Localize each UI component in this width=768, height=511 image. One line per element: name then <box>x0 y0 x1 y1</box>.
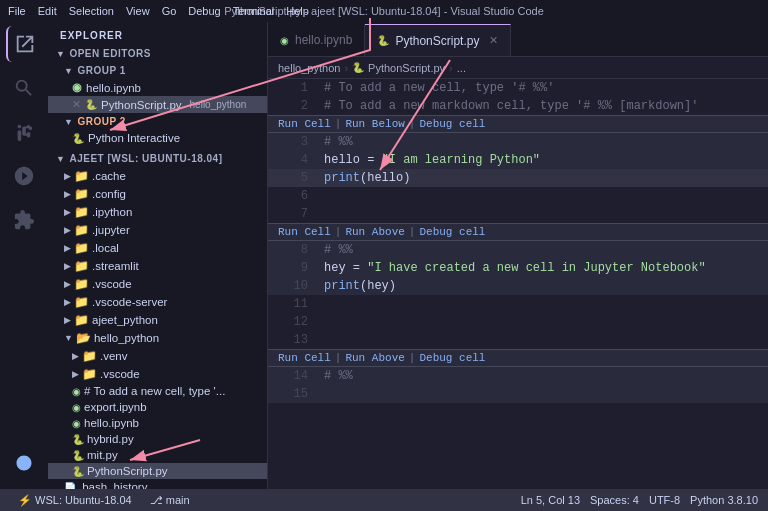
file-context-label: hello_python <box>190 99 247 110</box>
py-icon: 🐍 <box>85 99 97 110</box>
activity-explorer[interactable] <box>6 26 42 62</box>
breadcrumb-symbol[interactable]: ... <box>457 62 466 74</box>
group1-header[interactable]: ▼ GROUP 1 <box>48 62 267 79</box>
code-line-7: 7 <box>268 205 768 223</box>
folder-icon: 📁 <box>74 223 89 237</box>
folder-vscode-inner[interactable]: ▶ 📁 .vscode <box>48 365 267 383</box>
group2-header[interactable]: ▼ GROUP 2 <box>48 113 267 130</box>
explorer-title: EXPLORER <box>48 22 267 45</box>
debug-cell-2[interactable]: Debug cell <box>419 223 485 241</box>
status-remote[interactable]: ⚡ WSL: Ubuntu-18.04 <box>10 494 140 507</box>
folder-chevron: ▶ <box>72 351 79 361</box>
activity-remote[interactable] <box>6 445 42 481</box>
file-label: PythonScript.py <box>101 99 182 111</box>
menu-go[interactable]: Go <box>162 5 177 17</box>
breadcrumb-file[interactable]: PythonScript.py <box>368 62 445 74</box>
folder-vscode[interactable]: ▶ 📁 .vscode <box>48 275 267 293</box>
menu-debug[interactable]: Debug <box>188 5 220 17</box>
status-encoding[interactable]: UTF-8 <box>649 494 680 506</box>
open-file-hello-ipynb[interactable]: ◉ hello.ipynb <box>48 79 267 96</box>
folder-cache[interactable]: ▶ 📁 .cache <box>48 167 267 185</box>
tab-pythonscript[interactable]: 🐍 PythonScript.py ✕ <box>365 24 511 56</box>
menu-selection[interactable]: Selection <box>69 5 114 17</box>
run-cell-2[interactable]: Run Cell <box>278 223 331 241</box>
run-below-label[interactable]: Run Below <box>345 115 404 133</box>
status-right: Ln 5, Col 13 Spaces: 4 UTF-8 Python 3.8.… <box>521 494 758 506</box>
file-pythonscript-active[interactable]: 🐍 PythonScript.py <box>48 463 267 479</box>
run-cell-label[interactable]: Run Cell <box>278 115 331 133</box>
folder-ipython[interactable]: ▶ 📁 .ipython <box>48 203 267 221</box>
debug-cell-3[interactable]: Debug cell <box>419 349 485 367</box>
menu-edit[interactable]: Edit <box>38 5 57 17</box>
folder-streamlit[interactable]: ▶ 📁 .streamlit <box>48 257 267 275</box>
close-btn[interactable]: ✕ <box>72 98 81 111</box>
folder-label: .ipython <box>92 206 132 218</box>
line-2-text: # To add a new markdown cell, type '# %%… <box>324 97 698 115</box>
file-hello-ipynb-inner[interactable]: ◉ hello.ipynb <box>48 415 267 431</box>
group2-python-interactive[interactable]: 🐍 Python Interactive <box>48 130 267 146</box>
folder-chevron: ▶ <box>64 315 71 325</box>
file-hybrid-py[interactable]: 🐍 hybrid.py <box>48 431 267 447</box>
folder-venv[interactable]: ▶ 📁 .venv <box>48 347 267 365</box>
status-position[interactable]: Ln 5, Col 13 <box>521 494 580 506</box>
group2-chevron: ▼ <box>64 117 73 127</box>
run-cell-3[interactable]: Run Cell <box>278 349 331 367</box>
folder-icon: 📁 <box>74 187 89 201</box>
breadcrumb: hello_python › 🐍 PythonScript.py › ... <box>268 57 768 79</box>
folder-jupyter[interactable]: ▶ 📁 .jupyter <box>48 221 267 239</box>
menu-file[interactable]: File <box>8 5 26 17</box>
file-mit-py[interactable]: 🐍 mit.py <box>48 447 267 463</box>
breadcrumb-folder[interactable]: hello_python <box>278 62 340 74</box>
status-branch[interactable]: ⎇ main <box>150 494 190 507</box>
folder-vscode-server[interactable]: ▶ 📁 .vscode-server <box>48 293 267 311</box>
line-5-text: print(hello) <box>324 169 410 187</box>
folder-local[interactable]: ▶ 📁 .local <box>48 239 267 257</box>
menu-bar[interactable]: File Edit Selection View Go Debug Termin… <box>8 5 309 17</box>
debug-cell-label[interactable]: Debug cell <box>419 115 485 133</box>
activity-debug[interactable] <box>6 158 42 194</box>
file-label: hello.ipynb <box>84 417 139 429</box>
folder-label: .jupyter <box>92 224 130 236</box>
folder-hello-python[interactable]: ▼ 📂 hello_python <box>48 329 267 347</box>
status-spaces[interactable]: Spaces: 4 <box>590 494 639 506</box>
cell-action-3[interactable]: Run Cell | Run Above | Debug cell <box>268 349 768 367</box>
tab-label: PythonScript.py <box>395 34 479 48</box>
open-file-pythonscript[interactable]: ✕ 🐍 PythonScript.py hello_python <box>48 96 267 113</box>
tab-close-btn[interactable]: ✕ <box>489 34 498 47</box>
cell-action-1[interactable]: Run Cell | Run Below | Debug cell <box>268 115 768 133</box>
folder-icon: 📁 <box>74 241 89 255</box>
file-new-cell-comment[interactable]: ◉ # To add a new cell, type '... <box>48 383 267 399</box>
run-above-3[interactable]: Run Above <box>345 349 404 367</box>
folder-config[interactable]: ▶ 📁 .config <box>48 185 267 203</box>
folder-label: .cache <box>92 170 126 182</box>
activity-extensions[interactable] <box>6 202 42 238</box>
file-bash-history[interactable]: 📄 .bash_history <box>48 479 267 489</box>
folder-chevron: ▶ <box>64 189 71 199</box>
menu-view[interactable]: View <box>126 5 150 17</box>
cell-action-2[interactable]: Run Cell | Run Above | Debug cell <box>268 223 768 241</box>
group1-chevron: ▼ <box>64 66 73 76</box>
folder-icon: 📁 <box>74 295 89 309</box>
menu-help[interactable]: Help <box>286 5 309 17</box>
tab-hello-ipynb[interactable]: ◉ hello.ipynb <box>268 24 365 56</box>
py-icon: 🐍 <box>72 466 84 477</box>
editor-content[interactable]: 1 # To add a new cell, type '# %%' 2 # T… <box>268 79 768 489</box>
run-above-2[interactable]: Run Above <box>345 223 404 241</box>
open-editors-chevron: ▼ <box>56 49 65 59</box>
ipynb-icon: ◉ <box>72 81 82 94</box>
status-python[interactable]: Python 3.8.10 <box>690 494 758 506</box>
file-export-ipynb[interactable]: ◉ export.ipynb <box>48 399 267 415</box>
activity-search[interactable] <box>6 70 42 106</box>
folder-ajeet-python[interactable]: ▶ 📁 ajeet_python <box>48 311 267 329</box>
code-line-1: 1 # To add a new cell, type '# %%' <box>268 79 768 97</box>
menu-terminal[interactable]: Terminal <box>233 5 275 17</box>
folder-icon: 📁 <box>74 169 89 183</box>
separator2: | <box>409 115 416 133</box>
activity-source-control[interactable] <box>6 114 42 150</box>
py-icon: 🐍 <box>72 450 84 461</box>
line-10-text: print(hey) <box>324 277 396 295</box>
open-editors-header[interactable]: ▼ OPEN EDITORS <box>48 45 267 62</box>
root-folder-header[interactable]: ▼ AJEET [WSL: UBUNTU-18.04] <box>48 150 267 167</box>
file-label: Python Interactive <box>88 132 180 144</box>
folder-icon: 📁 <box>74 313 89 327</box>
